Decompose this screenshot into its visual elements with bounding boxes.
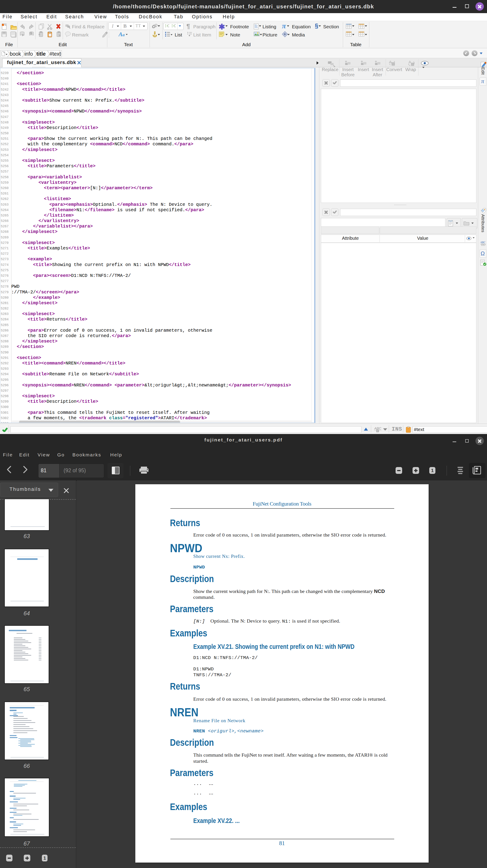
svg-text:ABC: ABC [480, 241, 486, 244]
